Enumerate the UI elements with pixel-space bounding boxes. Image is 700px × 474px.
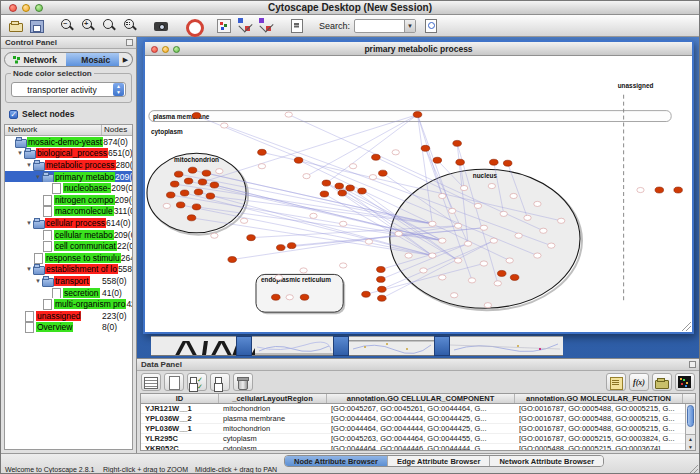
node-orange[interactable] [320, 191, 329, 197]
node-orange[interactable] [247, 235, 256, 241]
node-orange[interactable] [433, 157, 442, 163]
background-window-titlebar[interactable] [236, 336, 252, 356]
tree-row-multi-organism-pro[interactable]: multi-organism pro42(0) [5, 298, 132, 310]
node-orange[interactable] [378, 286, 387, 292]
node-orange[interactable] [358, 188, 367, 194]
float-panel-icon[interactable] [126, 39, 133, 46]
node-orange[interactable] [322, 180, 331, 186]
node-white[interactable] [300, 268, 307, 273]
import-button[interactable] [652, 373, 672, 391]
node-white[interactable] [258, 164, 265, 169]
node-orange[interactable] [338, 190, 347, 196]
unselect-attributes-button[interactable] [210, 373, 230, 391]
node-orange[interactable] [377, 266, 386, 272]
node-white[interactable] [506, 258, 513, 263]
node-white[interactable] [494, 281, 501, 286]
node-white[interactable] [405, 253, 412, 258]
background-window[interactable] [448, 336, 563, 356]
tab-overflow-button[interactable]: ▶ [119, 52, 133, 67]
node-white[interactable] [439, 238, 446, 243]
node-white[interactable] [490, 238, 497, 243]
node-white[interactable] [460, 185, 467, 190]
node-white[interactable] [275, 275, 282, 280]
node-orange[interactable] [490, 159, 499, 165]
new-attribute-button[interactable] [164, 373, 184, 391]
tree-row-cell-communicat[interactable]: cell communicat22(0) [5, 240, 132, 252]
tab-mosaic[interactable]: Mosaic [66, 53, 127, 66]
background-window-titlebar[interactable] [434, 336, 450, 356]
matrix-button[interactable] [675, 373, 695, 391]
column-nodes[interactable]: Nodes [102, 125, 132, 135]
node-orange[interactable] [503, 160, 512, 166]
tree-row-establishment-of-lo[interactable]: ▼establishment of lo558(0) [5, 264, 132, 276]
node-white[interactable] [454, 223, 461, 228]
network-view-titlebar[interactable]: primary metabolic process [145, 42, 692, 56]
node-white[interactable] [534, 201, 541, 206]
node-white[interactable] [524, 215, 531, 220]
node-orange[interactable] [192, 204, 201, 210]
chevron-down-icon[interactable]: ▼ [404, 20, 415, 32]
node-orange[interactable] [176, 202, 185, 208]
node-white[interactable] [451, 293, 458, 298]
attribute-table-button[interactable] [141, 373, 161, 391]
node-orange[interactable] [378, 295, 387, 301]
column-header-0[interactable]: ID [141, 394, 219, 403]
node-white[interactable] [340, 221, 347, 226]
zoom-in-button[interactable]: + [78, 16, 99, 36]
node-orange[interactable] [206, 193, 215, 199]
node-orange[interactable] [184, 178, 193, 184]
node-orange[interactable] [187, 215, 196, 221]
search-combobox[interactable]: ▼ [354, 19, 416, 33]
node-white[interactable] [500, 211, 507, 216]
edge[interactable] [326, 115, 417, 184]
table-row[interactable]: YKR052Ccytoplasm[GO:0044464, GO:0044446,… [141, 444, 695, 451]
node-orange[interactable] [510, 274, 519, 280]
node-white[interactable] [540, 228, 547, 233]
node-white[interactable] [285, 112, 292, 117]
tree-row-transport[interactable]: ▼transport558(0) [5, 275, 132, 287]
node-white[interactable] [310, 213, 317, 218]
node-orange[interactable] [674, 187, 683, 193]
node-white[interactable] [303, 174, 310, 179]
node-orange[interactable] [174, 171, 183, 177]
node-white[interactable] [510, 193, 517, 198]
node-white[interactable] [216, 169, 223, 174]
node-white[interactable] [454, 258, 461, 263]
zoom-fit-button[interactable] [99, 16, 120, 36]
snapshot-button[interactable] [151, 16, 172, 36]
node-white[interactable] [349, 164, 356, 169]
tab-network[interactable]: Network [5, 53, 66, 66]
tree-row-cellular-metabo[interactable]: cellular metabo209(0) [5, 229, 132, 241]
background-window[interactable] [255, 336, 333, 356]
node-color-dropdown[interactable]: transporter activity ▲▼ [11, 82, 126, 97]
tree-row-nucleobase-[interactable]: nucleobase-209(0) [5, 182, 132, 194]
node-orange[interactable] [497, 270, 506, 276]
node-orange[interactable] [456, 159, 465, 165]
node-orange[interactable] [202, 170, 211, 176]
edge[interactable] [307, 115, 418, 177]
node-orange[interactable] [167, 192, 176, 198]
background-window[interactable] [151, 336, 271, 356]
table-scrollbar[interactable]: ▲▼ [685, 404, 695, 450]
node-white[interactable] [395, 231, 402, 236]
tree-row-metabolic-process[interactable]: ▼metabolic process280(0) [5, 159, 132, 171]
node-white[interactable] [480, 261, 487, 266]
node-orange[interactable] [379, 170, 388, 176]
node-orange[interactable] [377, 276, 386, 282]
expander-icon[interactable]: ▼ [25, 266, 33, 272]
node-white[interactable] [211, 233, 218, 238]
background-window-titlebar[interactable] [333, 336, 349, 356]
node-white[interactable] [484, 303, 491, 308]
layout-apply-button[interactable] [234, 16, 255, 36]
node-white[interactable] [429, 221, 436, 226]
tree-row-unassigned[interactable]: unassigned223(0) [5, 310, 132, 322]
tab-node-attribute-browser[interactable]: Node Attribute Browser [285, 456, 388, 466]
save-button[interactable] [26, 16, 47, 36]
table-row[interactable]: YPL036W__1mitochondrion[GO:0044464, GO:0… [141, 424, 695, 434]
node-white[interactable] [392, 150, 399, 155]
table-row[interactable]: YPL036W__2plasma membrane[GO:0044464, GO… [141, 414, 695, 424]
tree-row-overview[interactable]: Overview8(0) [5, 322, 132, 334]
network-graph[interactable]: plasma membranecytoplasmmitochondrionnuc… [145, 57, 692, 332]
scrollbar-arrows[interactable]: ▲▼ [686, 434, 695, 450]
expander-icon[interactable]: ▼ [25, 162, 33, 168]
